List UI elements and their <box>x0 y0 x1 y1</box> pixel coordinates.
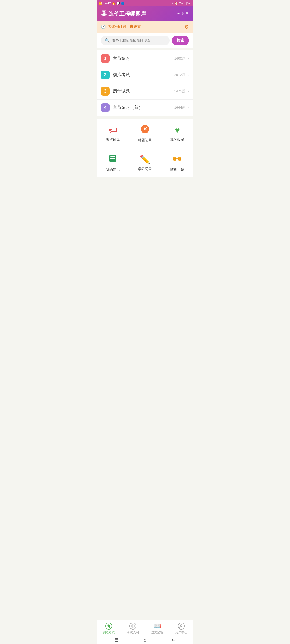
heart-icon: ♥ <box>175 125 180 135</box>
wifi-icon: WiFi <box>179 2 185 5</box>
grid-row-2: 我的笔记 ✏️ 学习记录 随机十题 <box>97 148 193 177</box>
svg-point-12 <box>179 158 180 160</box>
grid-item-keyword[interactable]: 🏷 考点词库 <box>97 119 129 148</box>
menu-list: 1 章节练习 1400题 › 2 模拟考试 2912题 › 3 历年试题 547… <box>97 50 193 116</box>
menu-title-4: 章节练习（新） <box>113 105 174 111</box>
menu-count-2: 2912题 <box>174 72 186 77</box>
nav-item-treasure[interactable]: 📖 过关宝箱 <box>149 623 165 634</box>
grid-item-study-record[interactable]: ✏️ 学习记录 <box>129 148 161 177</box>
nav-label-user: 用户中心 <box>175 630 187 634</box>
menu-item-chapter[interactable]: 1 章节练习 1400题 › <box>97 50 193 67</box>
svg-text:✕: ✕ <box>143 126 147 132</box>
nav-label-train: 训练考试 <box>103 630 115 634</box>
bluetooth-icon: ✦ <box>171 2 173 5</box>
menu-title-3: 历年试题 <box>113 89 174 94</box>
nav-item-syllabus[interactable]: 考试大纲 <box>125 623 141 634</box>
header-title-group: 器 造价工程师题库 <box>101 10 146 18</box>
svg-rect-5 <box>110 160 114 160</box>
menu-item-past[interactable]: 3 历年试题 5475题 › <box>97 83 193 100</box>
android-nav-bar: ☰ ⌂ ↩ <box>97 636 193 644</box>
flame-icon: 🔥 <box>112 2 115 5</box>
binoculars-icon <box>173 154 182 165</box>
menu-num-1: 1 <box>101 54 110 63</box>
search-input-wrap: 🔍 <box>101 36 170 45</box>
nav-label-treasure: 过关宝箱 <box>151 630 163 634</box>
svg-rect-4 <box>110 158 115 159</box>
svg-point-11 <box>174 158 176 160</box>
signal-icon: 📶 <box>99 2 103 5</box>
settings-gear-icon[interactable]: ⚙ <box>184 24 189 30</box>
menu-title-1: 章节练习 <box>113 56 174 61</box>
status-right: ✦ ⏰ WiFi [57] <box>171 2 191 5</box>
search-input[interactable] <box>112 39 166 43</box>
menu-item-mock[interactable]: 2 模拟考试 2912题 › <box>97 67 193 83</box>
app-title: 造价工程师题库 <box>108 10 146 17</box>
grid-item-random[interactable]: 随机十题 <box>161 148 193 177</box>
grid-label-notes: 我的笔记 <box>106 167 120 172</box>
menu-num-4: 4 <box>101 103 110 112</box>
share-button[interactable]: ∾ 分享 <box>177 11 189 16</box>
book-icon: 📖 <box>154 623 161 630</box>
android-back-button[interactable]: ↩ <box>172 637 176 643</box>
grid-section: 🏷 考点词库 ✕ 错题记录 ♥ 我的收藏 <box>97 118 193 178</box>
svg-point-19 <box>180 625 182 626</box>
vpn-icon: 🔵 <box>121 2 125 5</box>
bottom-nav: 训练考试 考试大纲 📖 过关宝箱 用户中心 <box>97 620 193 636</box>
grid-item-mistakes[interactable]: ✕ 错题记录 <box>129 119 161 148</box>
grid-label-favorites: 我的收藏 <box>170 137 184 142</box>
time-display: 14:42 <box>103 2 111 5</box>
alarm-icon: ⏰ <box>175 2 178 5</box>
grid-label-mistakes: 错题记录 <box>138 138 152 143</box>
countdown-bar: 🕐 考试倒计时: 未设置 ⚙ <box>97 21 193 33</box>
menu-num-3: 3 <box>101 87 110 96</box>
menu-count-4: 1664题 <box>174 105 186 110</box>
nav-label-syllabus: 考试大纲 <box>127 630 139 634</box>
svg-point-14 <box>132 625 133 627</box>
chevron-right-icon-2: › <box>188 72 189 77</box>
msg-icon: 💬 <box>116 2 120 5</box>
menu-num-2: 2 <box>101 71 110 79</box>
menu-count-1: 1400题 <box>174 56 186 61</box>
grid-label-keyword: 考点词库 <box>106 137 120 142</box>
nav-item-train[interactable]: 训练考试 <box>101 623 117 634</box>
app-logo-icon: 器 <box>101 10 107 18</box>
nav-item-user[interactable]: 用户中心 <box>173 623 189 634</box>
search-magnifier-icon: 🔍 <box>105 38 110 43</box>
share-label: 分享 <box>182 11 189 16</box>
countdown-value: 未设置 <box>130 24 141 29</box>
grid-label-study-record: 学习记录 <box>138 167 152 171</box>
grid-item-notes[interactable]: 我的笔记 <box>97 148 129 177</box>
android-home-button[interactable]: ⌂ <box>144 637 147 643</box>
android-menu-button[interactable]: ☰ <box>114 637 119 643</box>
svg-rect-8 <box>176 158 178 159</box>
chevron-right-icon-3: › <box>188 89 189 94</box>
chevron-right-icon-1: › <box>188 56 189 61</box>
grid-row-1: 🏷 考点词库 ✕ 错题记录 ♥ 我的收藏 <box>97 119 193 148</box>
app-header: 器 造价工程师题库 ∾ 分享 <box>97 6 193 21</box>
target-icon <box>129 623 136 630</box>
search-bar: 🔍 搜索 <box>97 33 193 48</box>
status-bar: 📶 14:42 🔥 💬 🔵 ✦ ⏰ WiFi [57] <box>97 0 193 6</box>
error-icon: ✕ <box>140 125 150 136</box>
user-icon <box>178 623 185 630</box>
menu-title-2: 模拟考试 <box>113 72 174 78</box>
countdown-left: 🕐 考试倒计时: 未设置 <box>101 24 141 29</box>
menu-item-chapter-new[interactable]: 4 章节练习（新） 1664题 › <box>97 100 193 116</box>
tag-icon: 🏷 <box>108 125 117 135</box>
pencil-icon: ✏️ <box>140 154 150 164</box>
grid-label-random: 随机十题 <box>170 167 184 172</box>
countdown-label: 考试倒计时: <box>108 24 128 29</box>
menu-count-3: 5475题 <box>174 89 186 94</box>
search-button[interactable]: 搜索 <box>172 36 189 45</box>
battery-icon: [57] <box>186 2 191 5</box>
grid-item-favorites[interactable]: ♥ 我的收藏 <box>161 119 193 148</box>
svg-rect-3 <box>110 156 115 157</box>
empty-area <box>97 178 193 237</box>
home-circle-icon <box>105 623 112 630</box>
notes-icon <box>108 154 117 165</box>
clock-icon: 🕐 <box>101 25 106 29</box>
chevron-right-icon-4: › <box>188 105 189 110</box>
status-left: 📶 14:42 🔥 💬 🔵 <box>99 2 125 5</box>
share-icon: ∾ <box>177 12 180 16</box>
